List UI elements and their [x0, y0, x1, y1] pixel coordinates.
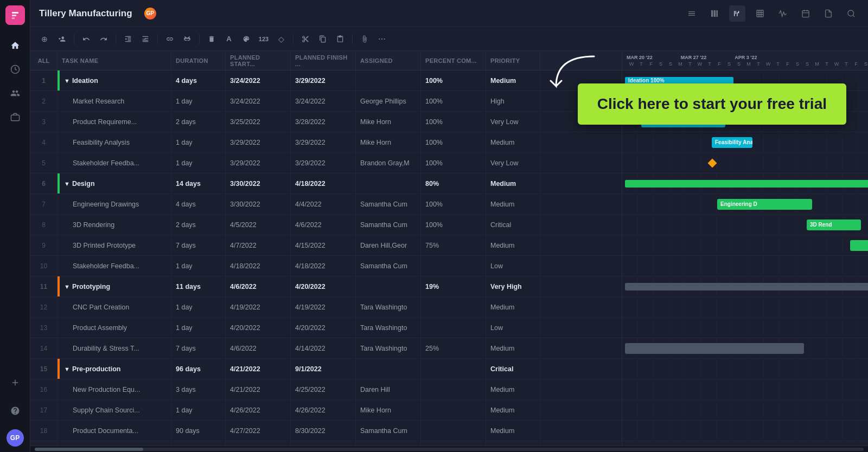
table-row[interactable]: 14 Durability & Stress T... 7 days 4/6/2…: [30, 338, 622, 359]
indent-btn[interactable]: [138, 31, 153, 47]
waveform-icon[interactable]: [775, 5, 791, 22]
user-avatar[interactable]: GP: [7, 429, 24, 447]
calendar-view-icon[interactable]: [797, 5, 814, 22]
gantt-bar[interactable]: [625, 343, 804, 354]
task-name-cell[interactable]: ▼ Ideation: [58, 70, 171, 91]
sidebar-people[interactable]: [5, 83, 25, 103]
scrollbar[interactable]: [30, 445, 868, 452]
task-name-cell[interactable]: 3D Rendering: [58, 215, 171, 235]
list-view-icon[interactable]: [684, 5, 700, 22]
column-view-icon[interactable]: [706, 5, 723, 22]
task-name-cell[interactable]: Market Research: [58, 91, 171, 111]
table-row[interactable]: 10 Stakeholder Feedba... 1 day 4/18/2022…: [30, 256, 622, 276]
copy-btn[interactable]: [315, 31, 330, 47]
sidebar-home[interactable]: [5, 36, 25, 55]
task-name-cell[interactable]: Stakeholder Feedba...: [58, 153, 171, 173]
table-row[interactable]: 16 New Production Equ... 3 days 4/21/202…: [30, 379, 622, 400]
gantt-bar[interactable]: 3D Rend: [807, 219, 861, 230]
table-row[interactable]: 18 Product Documenta... 90 days 4/27/202…: [30, 421, 622, 441]
task-name-cell[interactable]: 3D Printed Prototype: [58, 235, 171, 255]
gantt-bar[interactable]: [625, 180, 868, 188]
gantt-bar[interactable]: [850, 240, 868, 251]
table-row[interactable]: 3 Product Requireme... 2 days 3/25/2022 …: [30, 112, 622, 132]
table-row[interactable]: 17 Supply Chain Sourci... 1 day 4/26/202…: [30, 400, 622, 421]
duration-cell: 4 days: [171, 194, 226, 214]
col-duration[interactable]: DURATION: [171, 51, 226, 70]
col-priority[interactable]: PRIORITY: [486, 51, 540, 70]
scroll-thumb[interactable]: [35, 448, 143, 451]
col-assigned[interactable]: ASSIGNED: [356, 51, 421, 70]
cut-btn[interactable]: [298, 31, 313, 47]
sidebar-help[interactable]: [5, 401, 25, 421]
outdent-btn[interactable]: [120, 31, 136, 47]
attach-btn[interactable]: [357, 31, 372, 47]
diamond-btn[interactable]: ◇: [273, 31, 289, 47]
task-name-cell[interactable]: Product Documenta...: [58, 421, 171, 441]
task-name-cell[interactable]: ▼ Prototyping: [58, 276, 171, 296]
task-name-cell[interactable]: Product Assembly: [58, 318, 171, 338]
finish-cell: 4/20/2022: [291, 318, 356, 338]
table-row[interactable]: 11 ▼ Prototyping 11 days 4/6/2022 4/20/2…: [30, 276, 622, 297]
number-btn[interactable]: 123: [256, 31, 271, 47]
gantt-bar[interactable]: Engineering D: [717, 199, 812, 210]
table-row[interactable]: 6 ▼ Design 14 days 3/30/2022 4/18/2022 8…: [30, 173, 622, 194]
redo-btn[interactable]: [96, 31, 111, 47]
gantt-view-icon[interactable]: [729, 5, 745, 22]
task-name-cell[interactable]: New Production Equ...: [58, 379, 171, 399]
task-name-cell[interactable]: Durability & Stress T...: [58, 338, 171, 358]
task-name-cell[interactable]: Supply Chain Sourci...: [58, 400, 171, 420]
day-T2: T: [685, 61, 695, 67]
add-task-btn[interactable]: ⊕: [37, 31, 52, 47]
sidebar-clock[interactable]: [5, 60, 25, 79]
table-row[interactable]: 15 ▼ Pre-production 96 days 4/21/2022 9/…: [30, 359, 622, 379]
table-row[interactable]: 2 Market Research 1 day 3/24/2022 3/24/2…: [30, 91, 622, 112]
task-name-cell[interactable]: Engineering Drawings: [58, 194, 171, 214]
sidebar-briefcase[interactable]: [5, 107, 25, 127]
task-name-cell[interactable]: ▼ Design: [58, 173, 171, 193]
scroll-track[interactable]: [35, 448, 864, 451]
unlink-btn[interactable]: [180, 31, 195, 47]
document-view-icon[interactable]: [820, 5, 837, 22]
gantt-bar[interactable]: [625, 283, 868, 290]
table-row[interactable]: 7 Engineering Drawings 4 days 3/30/2022 …: [30, 194, 622, 215]
table-row[interactable]: 4 Feasibility Analysis 1 day 3/29/2022 3…: [30, 132, 622, 153]
app-logo[interactable]: [5, 5, 25, 25]
assigned-cell: Tara Washingto: [356, 318, 421, 338]
gantt-row: [622, 379, 868, 400]
task-name-cell[interactable]: Feasibility Analysis: [58, 132, 171, 152]
col-task-name[interactable]: TASK NAME: [58, 51, 171, 70]
table-row[interactable]: 19 Translation Services 1 day 8/31/2022 …: [30, 441, 622, 445]
task-name-cell[interactable]: Product Requireme...: [58, 112, 171, 132]
col-start[interactable]: PLANNED START...: [226, 51, 291, 70]
link-btn[interactable]: [162, 31, 177, 47]
table-row[interactable]: 13 Product Assembly 1 day 4/20/2022 4/20…: [30, 318, 622, 338]
col-all[interactable]: ALL: [30, 51, 58, 70]
gantt-bar[interactable]: Feasibility Analysis 100% Mike H: [712, 137, 752, 148]
col-finish[interactable]: PLANNED FINISH ...: [291, 51, 356, 70]
search-icon[interactable]: [843, 5, 859, 22]
finish-cell: 3/29/2022: [291, 132, 356, 152]
cta-overlay[interactable]: Click here to start your free trial: [578, 83, 846, 125]
table-row[interactable]: 1 ▼ Ideation 4 days 3/24/2022 3/29/2022 …: [30, 70, 622, 91]
table-row[interactable]: 8 3D Rendering 2 days 4/5/2022 4/6/2022 …: [30, 215, 622, 235]
undo-btn[interactable]: [79, 31, 94, 47]
day-S6: S: [802, 61, 812, 67]
text-format-btn[interactable]: A: [221, 31, 237, 47]
task-name-cell[interactable]: Translation Services: [58, 441, 171, 445]
delete-btn[interactable]: [204, 31, 219, 47]
add-person-btn[interactable]: [54, 31, 69, 47]
start-cell: 4/6/2022: [226, 276, 291, 296]
task-name-cell[interactable]: CNC Part Creation: [58, 297, 171, 317]
paste-btn[interactable]: [333, 31, 348, 47]
table-row[interactable]: 12 CNC Part Creation 1 day 4/19/2022 4/1…: [30, 297, 622, 318]
table-row[interactable]: 9 3D Printed Prototype 7 days 4/7/2022 4…: [30, 235, 622, 256]
table-row[interactable]: 5 Stakeholder Feedba... 1 day 3/29/2022 …: [30, 153, 622, 173]
table-view-icon[interactable]: [752, 5, 768, 22]
task-name-cell[interactable]: Stakeholder Feedba...: [58, 256, 171, 276]
col-percent[interactable]: PERCENT COM...: [421, 51, 486, 70]
task-name-cell[interactable]: ▼ Pre-production: [58, 359, 171, 379]
sidebar-add[interactable]: [5, 373, 25, 392]
color-btn[interactable]: [239, 31, 254, 47]
more-btn[interactable]: ⋯: [374, 31, 390, 47]
cta-text[interactable]: Click here to start your free trial: [578, 83, 846, 125]
